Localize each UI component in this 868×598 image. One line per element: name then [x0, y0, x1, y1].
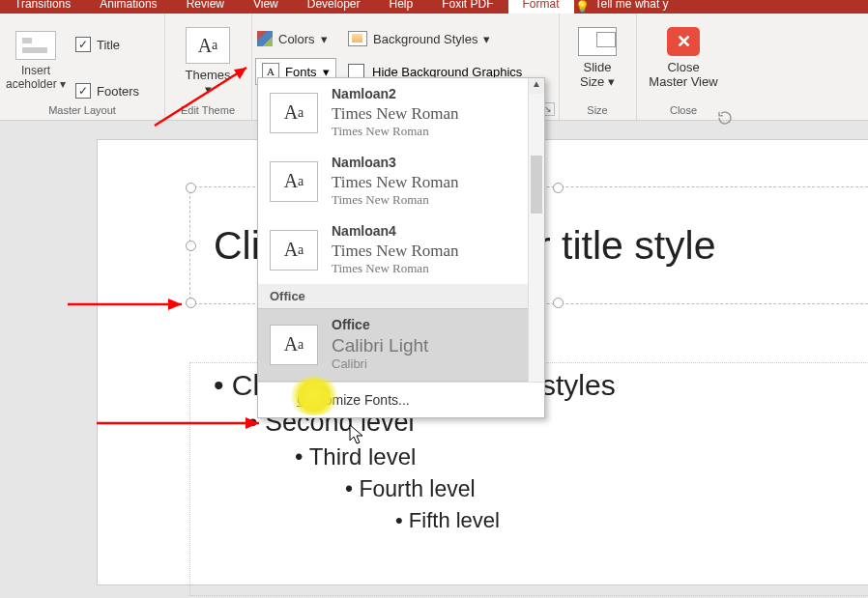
- tab-developer[interactable]: Developer: [293, 0, 375, 14]
- body-l3[interactable]: Third level: [295, 443, 868, 470]
- group-label-size: Size: [559, 104, 636, 116]
- highlight-annotation: [287, 377, 341, 415]
- body-l4[interactable]: Fourth level: [345, 476, 868, 502]
- font-swatch-icon: Aa: [270, 161, 318, 202]
- handle[interactable]: [553, 183, 564, 193]
- insert-placeholder-label1: Insert: [2, 64, 70, 77]
- tab-view[interactable]: View: [239, 0, 293, 14]
- font-theme-body: Times New Roman: [332, 124, 459, 139]
- footers-checkbox-label: Footers: [97, 84, 139, 99]
- tab-transitions[interactable]: Transitions: [0, 0, 85, 14]
- font-theme-heading: Calibri Light: [332, 334, 428, 357]
- tell-me-icon: 💡: [574, 0, 592, 14]
- checkbox-icon: ✓: [75, 83, 91, 99]
- svg-marker-5: [246, 417, 259, 429]
- title-checkbox-label: Title: [97, 38, 120, 52]
- fonts-dropdown: Aa Namloan2 Times New Roman Times New Ro…: [257, 77, 545, 418]
- font-theme-item[interactable]: Aa Namloan4 Times New Roman Times New Ro…: [258, 215, 544, 284]
- fonts-section-office: Office: [258, 284, 544, 308]
- footers-checkbox[interactable]: ✓ Footers: [75, 83, 139, 99]
- font-theme-body: Times New Roman: [332, 192, 459, 208]
- font-theme-name: Office: [332, 317, 428, 334]
- title-checkbox[interactable]: ✓ Title: [75, 37, 120, 52]
- font-theme-heading: Times New Roman: [332, 241, 459, 261]
- slide-size-label: Slide Size ▾: [572, 60, 622, 89]
- font-theme-body: Times New Roman: [332, 261, 459, 276]
- fonts-dropdown-scrollbar[interactable]: ▲ ▼: [528, 78, 544, 382]
- tab-animations[interactable]: Animations: [85, 0, 171, 14]
- colors-icon: [257, 31, 273, 46]
- slide-size-button[interactable]: Slide Size ▾: [572, 27, 622, 89]
- tab-review[interactable]: Review: [172, 0, 239, 14]
- tab-help[interactable]: Help: [374, 0, 427, 14]
- font-theme-heading: Times New Roman: [332, 172, 459, 192]
- font-swatch-icon: Aa: [270, 230, 318, 271]
- group-label-master-layout: Master Layout: [0, 104, 164, 116]
- font-theme-body: Calibri: [332, 356, 428, 372]
- font-swatch-icon: Aa: [270, 325, 318, 365]
- scroll-thumb[interactable]: [531, 156, 542, 214]
- background-styles-button[interactable]: Background Styles ▾: [348, 31, 490, 46]
- checkbox-icon: ✓: [75, 37, 91, 52]
- mouse-cursor-icon: [348, 423, 367, 450]
- rotate-handle[interactable]: [716, 109, 734, 127]
- colors-label: Colors: [278, 32, 315, 46]
- font-theme-heading: Times New Roman: [332, 103, 459, 124]
- group-size: Slide Size ▾ Size: [559, 14, 637, 120]
- font-theme-item[interactable]: Aa Namloan3 Times New Roman Times New Ro…: [258, 147, 544, 215]
- font-swatch-icon: Aa: [270, 93, 318, 133]
- font-theme-item-selected[interactable]: Aa Office Calibri Light Calibri: [258, 308, 544, 382]
- tell-me[interactable]: Tell me what y: [592, 0, 683, 14]
- close-icon: ✕: [667, 27, 700, 56]
- svg-line-0: [155, 68, 246, 126]
- scroll-up-icon[interactable]: ▲: [529, 78, 544, 94]
- annotation-arrow: [97, 413, 271, 433]
- customize-fonts-item[interactable]: Customize Fonts...: [258, 382, 544, 417]
- tab-format[interactable]: Format: [508, 0, 574, 14]
- handle[interactable]: [186, 183, 196, 193]
- group-close: ✕ Close Master View Close: [636, 14, 731, 120]
- tab-foxit[interactable]: Foxit PDF: [427, 0, 507, 14]
- font-theme-item[interactable]: Aa Namloan2 Times New Roman Times New Ro…: [258, 78, 544, 147]
- font-theme-name: Namloan2: [332, 86, 459, 103]
- insert-placeholder-label2: aceholder ▾: [2, 77, 70, 91]
- ribbon-tabstrip: Transitions Animations Review View Devel…: [0, 0, 868, 14]
- background-styles-icon: [348, 31, 367, 46]
- colors-button[interactable]: Colors ▾: [257, 31, 328, 46]
- svg-marker-3: [168, 299, 182, 310]
- handle[interactable]: [553, 298, 564, 308]
- handle[interactable]: [186, 241, 196, 251]
- placeholder-icon: [15, 31, 56, 60]
- background-styles-label: Background Styles: [373, 32, 477, 46]
- annotation-arrow: [145, 58, 261, 135]
- insert-placeholder-button[interactable]: Insert aceholder ▾: [2, 31, 70, 91]
- close-master-view-button[interactable]: ✕ Close Master View: [648, 27, 719, 89]
- annotation-arrow: [68, 295, 193, 314]
- close-master-label: Close Master View: [648, 60, 719, 89]
- font-theme-name: Namloan4: [332, 223, 459, 241]
- group-master-layout: Insert aceholder ▾ ✓ Title ✓ Footers Mas…: [0, 14, 165, 120]
- font-theme-name: Namloan3: [332, 155, 459, 172]
- slide-size-icon: [578, 27, 617, 56]
- body-l5[interactable]: Fifth level: [395, 508, 868, 533]
